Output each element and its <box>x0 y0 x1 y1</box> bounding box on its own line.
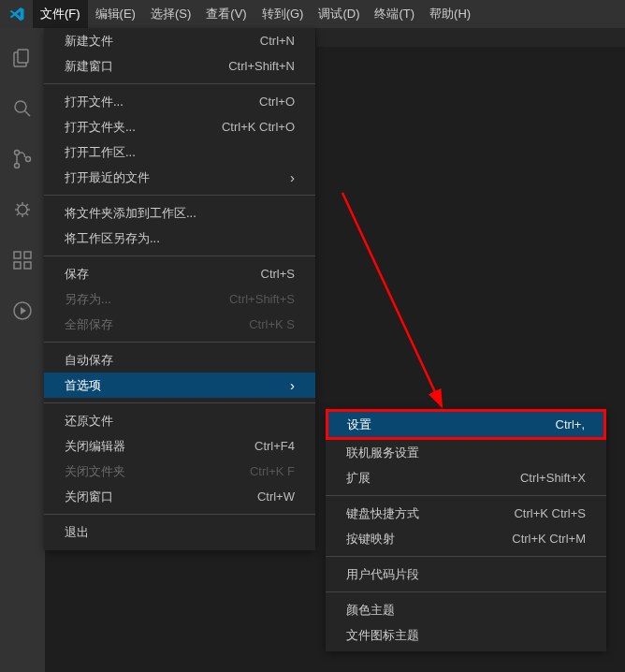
file-menu-item-18[interactable]: 还原文件 <box>44 408 315 433</box>
file-menu-item-11[interactable]: 保存Ctrl+S <box>44 261 315 286</box>
file-menu-item-shortcut: Ctrl+F4 <box>254 439 295 453</box>
file-menu-item-21[interactable]: 关闭窗口Ctrl+W <box>44 484 315 509</box>
pref-submenu-item-0[interactable]: 设置Ctrl+, <box>326 409 606 440</box>
pref-submenu-item-10[interactable]: 文件图标主题 <box>326 622 606 648</box>
svg-point-2 <box>15 151 20 155</box>
menu-help[interactable]: 帮助(H) <box>422 0 478 28</box>
file-menu-item-label: 关闭窗口 <box>65 489 113 505</box>
extensions-icon[interactable] <box>0 238 45 283</box>
pref-submenu-item-4[interactable]: 键盘快捷方式Ctrl+K Ctrl+S <box>326 501 606 526</box>
search-icon[interactable] <box>0 86 45 131</box>
svg-marker-11 <box>21 307 26 314</box>
file-menu-separator <box>44 256 315 256</box>
file-menu-item-23[interactable]: 退出 <box>44 519 315 545</box>
pref-submenu-item-label: 颜色主题 <box>346 602 395 619</box>
menu-edit[interactable]: 编辑(E) <box>88 0 143 28</box>
file-menu-item-20: 关闭文件夹Ctrl+K F <box>44 459 315 484</box>
file-menu-dropdown: 新建文件Ctrl+N新建窗口Ctrl+Shift+N打开文件...Ctrl+O打… <box>44 28 315 550</box>
file-menu-item-label: 全部保存 <box>65 316 113 333</box>
file-menu-separator <box>44 402 315 403</box>
pref-submenu-separator <box>326 495 606 496</box>
pref-submenu-item-7[interactable]: 用户代码片段 <box>326 562 606 587</box>
file-menu-separator <box>44 83 315 84</box>
file-menu-item-label: 保存 <box>65 266 89 283</box>
file-menu-separator <box>44 195 315 196</box>
file-menu-item-label: 关闭编辑器 <box>65 438 125 455</box>
debug-icon[interactable] <box>0 187 45 232</box>
file-menu-item-label: 退出 <box>65 524 89 541</box>
file-menu-item-9[interactable]: 将工作区另存为... <box>44 226 315 251</box>
file-menu-item-label: 打开工作区... <box>65 144 136 161</box>
file-menu-item-12: 另存为...Ctrl+Shift+S <box>44 286 315 312</box>
activitybar <box>0 28 45 672</box>
pref-submenu-item-label: 键盘快捷方式 <box>346 505 419 522</box>
svg-rect-9 <box>24 252 31 258</box>
file-menu-item-19[interactable]: 关闭编辑器Ctrl+F4 <box>44 433 315 459</box>
titlebar: 文件(F) 编辑(E) 选择(S) 查看(V) 转到(G) 调试(D) 终端(T… <box>0 0 625 28</box>
file-menu-item-0[interactable]: 新建文件Ctrl+N <box>44 28 315 53</box>
file-menu-item-13: 全部保存Ctrl+K S <box>44 312 315 337</box>
svg-point-3 <box>15 164 20 168</box>
pref-submenu-item-shortcut: Ctrl+, <box>556 417 585 431</box>
pref-submenu-separator <box>326 556 606 557</box>
file-menu-item-4[interactable]: 打开文件夹...Ctrl+K Ctrl+O <box>44 114 315 139</box>
preferences-submenu: 设置Ctrl+,联机服务设置扩展Ctrl+Shift+X键盘快捷方式Ctrl+K… <box>326 409 606 651</box>
file-menu-item-shortcut: Ctrl+W <box>257 489 295 504</box>
pref-submenu-separator <box>326 592 606 592</box>
file-menu-item-shortcut: Ctrl+K S <box>249 317 295 331</box>
svg-rect-7 <box>14 262 21 269</box>
explorer-icon[interactable] <box>0 36 45 80</box>
file-menu-item-label: 自动保存 <box>65 352 113 369</box>
pref-submenu-item-shortcut: Ctrl+K Ctrl+M <box>512 532 586 546</box>
file-menu-item-label: 将文件夹添加到工作区... <box>65 205 196 222</box>
menu-terminal[interactable]: 终端(T) <box>367 0 422 28</box>
pref-submenu-item-label: 用户代码片段 <box>346 566 419 583</box>
pref-submenu-item-5[interactable]: 按键映射Ctrl+K Ctrl+M <box>326 526 606 551</box>
file-menu-item-label: 新建窗口 <box>65 58 113 75</box>
file-menu-item-shortcut: Ctrl+K Ctrl+O <box>222 120 295 134</box>
menu-file[interactable]: 文件(F) <box>33 0 88 28</box>
pref-submenu-item-2[interactable]: 扩展Ctrl+Shift+X <box>326 465 606 490</box>
pref-submenu-item-shortcut: Ctrl+Shift+X <box>520 471 586 485</box>
file-menu-item-6[interactable]: 打开最近的文件› <box>44 165 315 190</box>
file-menu-item-5[interactable]: 打开工作区... <box>44 139 315 165</box>
timeline-icon[interactable] <box>0 288 45 333</box>
pref-submenu-item-9[interactable]: 颜色主题 <box>326 597 606 622</box>
file-menu-item-label: 打开文件... <box>65 94 124 110</box>
file-menu-item-label: 关闭文件夹 <box>65 463 125 480</box>
source-control-icon[interactable] <box>0 137 45 182</box>
file-menu-separator <box>44 514 315 515</box>
file-menu-item-shortcut: Ctrl+K F <box>250 464 295 478</box>
menubar: 文件(F) 编辑(E) 选择(S) 查看(V) 转到(G) 调试(D) 终端(T… <box>33 0 478 28</box>
file-menu-item-label: 另存为... <box>65 291 111 308</box>
menu-debug[interactable]: 调试(D) <box>311 0 367 28</box>
file-menu-item-16[interactable]: 首选项› <box>44 373 315 398</box>
app-logo <box>0 0 33 28</box>
svg-point-5 <box>18 205 27 214</box>
menu-view[interactable]: 查看(V) <box>198 0 254 28</box>
file-menu-item-label: 还原文件 <box>65 413 113 430</box>
file-menu-item-shortcut: Ctrl+Shift+N <box>228 59 295 73</box>
vscode-icon <box>8 6 25 22</box>
file-menu-item-shortcut: Ctrl+O <box>259 95 295 109</box>
file-menu-item-label: 首选项 <box>65 377 101 394</box>
file-menu-item-3[interactable]: 打开文件...Ctrl+O <box>44 89 315 114</box>
file-menu-item-shortcut: Ctrl+N <box>260 34 295 48</box>
file-menu-item-shortcut: Ctrl+S <box>261 267 295 281</box>
pref-submenu-item-label: 文件图标主题 <box>346 627 419 644</box>
file-menu-item-15[interactable]: 自动保存 <box>44 347 315 373</box>
svg-rect-6 <box>14 252 21 258</box>
menu-select[interactable]: 选择(S) <box>143 0 198 28</box>
menu-goto[interactable]: 转到(G) <box>254 0 312 28</box>
svg-point-4 <box>26 157 31 162</box>
chevron-right-icon: › <box>290 170 295 184</box>
pref-submenu-item-1[interactable]: 联机服务设置 <box>326 440 606 465</box>
file-menu-item-label: 打开最近的文件 <box>65 169 150 186</box>
file-menu-item-1[interactable]: 新建窗口Ctrl+Shift+N <box>44 53 315 79</box>
svg-rect-8 <box>24 262 31 269</box>
pref-submenu-item-label: 按键映射 <box>346 531 395 548</box>
file-menu-item-label: 将工作区另存为... <box>65 230 160 247</box>
file-menu-item-8[interactable]: 将文件夹添加到工作区... <box>44 200 315 226</box>
tabs-bar <box>316 28 625 47</box>
svg-rect-0 <box>18 50 28 63</box>
